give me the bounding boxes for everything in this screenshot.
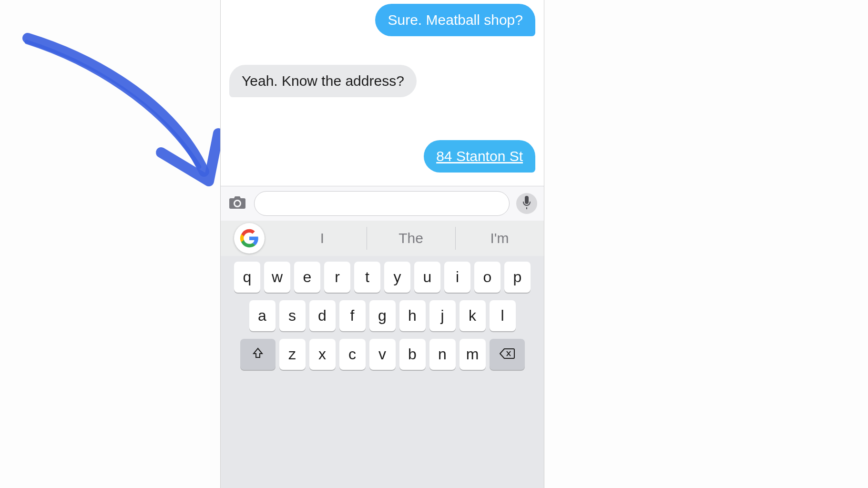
- camera-icon: [229, 195, 246, 212]
- key-w[interactable]: w: [264, 262, 290, 293]
- key-n[interactable]: n: [429, 339, 456, 370]
- message-text: Yeah. Know the address?: [242, 73, 404, 89]
- message-thread[interactable]: Sure. Meatball shop? Yeah. Know the addr…: [221, 0, 544, 173]
- suggestion-3[interactable]: I'm: [455, 221, 544, 256]
- voice-button[interactable]: [516, 193, 537, 214]
- key-c[interactable]: c: [339, 339, 366, 370]
- key-rows: q w e r t y u i o p a s d f g h j k l: [221, 256, 544, 376]
- key-j[interactable]: j: [429, 300, 456, 331]
- key-g[interactable]: g: [369, 300, 396, 331]
- key-b[interactable]: b: [399, 339, 426, 370]
- backspace-key[interactable]: [490, 339, 525, 370]
- key-v[interactable]: v: [369, 339, 396, 370]
- key-i[interactable]: i: [444, 262, 470, 293]
- key-row-1: q w e r t y u i o p: [225, 262, 540, 293]
- message-row-sent: Sure. Meatball shop?: [229, 4, 535, 36]
- key-p[interactable]: p: [504, 262, 531, 293]
- message-text: 84 Stanton St: [436, 148, 523, 164]
- message-bubble-link[interactable]: 84 Stanton St: [424, 140, 535, 173]
- message-bubble[interactable]: Sure. Meatball shop?: [375, 4, 535, 36]
- shift-icon: [252, 346, 264, 363]
- message-bubble[interactable]: Yeah. Know the address?: [229, 65, 417, 97]
- key-a[interactable]: a: [249, 300, 276, 331]
- message-text: Sure. Meatball shop?: [388, 12, 523, 28]
- message-row-sent: 84 Stanton St: [229, 140, 535, 173]
- key-u[interactable]: u: [414, 262, 440, 293]
- key-m[interactable]: m: [460, 339, 486, 370]
- keyboard: I The I'm q w e r t y u i o p a s d f: [221, 221, 544, 488]
- suggestion-row: I The I'm: [221, 221, 544, 256]
- key-f[interactable]: f: [339, 300, 366, 331]
- key-z[interactable]: z: [279, 339, 306, 370]
- annotation-arrow: [18, 29, 237, 205]
- camera-button[interactable]: [227, 194, 247, 213]
- key-s[interactable]: s: [279, 300, 306, 331]
- phone-screen: Sure. Meatball shop? Yeah. Know the addr…: [220, 0, 544, 488]
- compose-bar: [221, 186, 544, 221]
- key-k[interactable]: k: [460, 300, 486, 331]
- message-input[interactable]: [254, 191, 510, 216]
- microphone-icon: [522, 196, 531, 211]
- backspace-icon: [500, 346, 515, 363]
- key-q[interactable]: q: [234, 262, 260, 293]
- key-l[interactable]: l: [490, 300, 516, 331]
- message-row-received: Yeah. Know the address?: [229, 65, 535, 97]
- key-row-3: z x c v b n m: [225, 339, 540, 370]
- key-row-2: a s d f g h j k l: [225, 300, 540, 331]
- google-search-button[interactable]: [234, 223, 265, 254]
- key-e[interactable]: e: [294, 262, 320, 293]
- suggestion-1[interactable]: I: [278, 221, 367, 256]
- google-g-icon: [240, 229, 259, 248]
- key-h[interactable]: h: [399, 300, 426, 331]
- key-o[interactable]: o: [474, 262, 500, 293]
- key-r[interactable]: r: [324, 262, 350, 293]
- key-d[interactable]: d: [309, 300, 336, 331]
- key-t[interactable]: t: [354, 262, 380, 293]
- key-x[interactable]: x: [309, 339, 336, 370]
- suggestion-2[interactable]: The: [367, 221, 455, 256]
- key-y[interactable]: y: [384, 262, 410, 293]
- shift-key[interactable]: [240, 339, 276, 370]
